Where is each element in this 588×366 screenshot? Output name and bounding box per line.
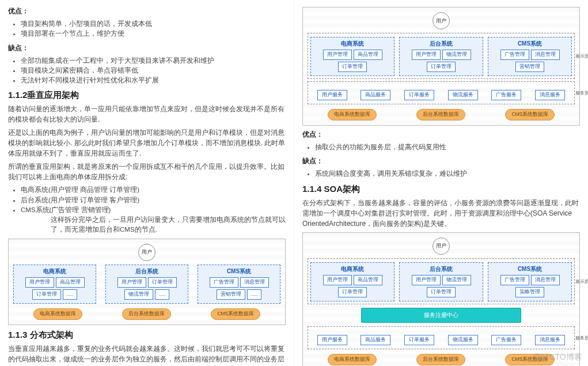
dis-list: 全部功能集成在一个工程中，对于大型项目来讲不易开发和维护 项目模块之间紧密耦合，… [21, 56, 286, 86]
sys-box: CMS系统广告管理消息管理策略管理 [488, 262, 572, 301]
para: 当垂直应用越来越多，重复的业务代码就会越来越多。这时候，我们就思考可不可以将重复… [8, 344, 286, 367]
split-list: 电商系统(用户管理 商品管理 订单管理) 后台系统(用户管理 订单管理 客户管理… [21, 185, 286, 235]
sys-box: 电商系统用户管理商品管理订单管理 [310, 262, 394, 301]
sys-box: CMS系统广告管理消息管理营销管理 [488, 37, 572, 76]
sys-box: CMS系统广告管理消息管理营销管理..... [198, 265, 280, 304]
user-icon: 用户 [138, 244, 155, 261]
db-label: 后台系统数据库 [416, 109, 465, 120]
db-label: 后台系统数据库 [416, 354, 465, 365]
db-label: 后台系统数据库 [122, 308, 171, 320]
diagram-114: 用户 展示层 电商系统用户管理商品管理订单管理 后台系统用户管理物流管理订单管理… [302, 232, 580, 367]
user-icon: 用户 [433, 237, 450, 255]
sys-box: 电商系统用户管理商品管理订单管理..... [13, 265, 96, 304]
db-label: CMS系统数据库 [211, 308, 260, 320]
diagram-113: 用户 展示层 电商系统用户管理商品管理订单管理 后台系统用户管理物流管理订单管理… [302, 7, 580, 126]
db-label: CMS系统数据库 [505, 109, 555, 120]
diagram-112: 用户 电商系统用户管理商品管理订单管理..... 后台系统用户管理订单管理物流管… [8, 239, 286, 325]
registry-center: 服务注册中心 [361, 308, 521, 323]
para: 在分布式架构下，当服务越来越多，容量的评估，小服务资源的浪费等问题逐渐显现，此时… [302, 198, 580, 229]
sys-box: 后台系统用户管理物流管理订单管理 [399, 262, 483, 301]
adv-title: 优点： [8, 6, 286, 16]
heading-112: 1.1.2垂直应用架构 [8, 90, 286, 101]
sys-box: 后台系统用户管理订单管理物流管理..... [105, 265, 188, 304]
para: 所谓的垂直应用架构，就是将原来的一个应用拆成互不相干的几个应用，以提升效率。比如… [8, 161, 286, 182]
heading-113: 1.1.3 分布式架构 [8, 330, 286, 341]
dis-title: 缺点： [8, 43, 286, 53]
para: 随着访问量的逐渐增大，单一应用只能依靠增加节点来应对，但是这时候会发现并不是所有… [8, 104, 286, 124]
sys-box: 后台系统用户管理物流管理订单管理 [399, 37, 483, 76]
db-label: 电商系统数据库 [328, 109, 377, 120]
db-label: 电商系统数据库 [328, 354, 377, 365]
user-icon: 用户 [433, 12, 450, 29]
para: 还是以上面的电商为例子，用户访问量的增加可能影响的只是用户和订单模块，但是对消息… [8, 127, 286, 159]
adv-title: 优点： [302, 129, 580, 139]
heading-114: 1.1.4 SOA架构 [302, 184, 580, 195]
sys-box: 电商系统用户管理商品管理订单管理 [310, 37, 394, 76]
adv-list: 项目架构简单，小型项目的话，开发成本低 项目部署在一个节点上，维护方便 [21, 19, 286, 39]
db-label: 电商系统数据库 [33, 308, 82, 320]
watermark: @51CTO博客 [532, 352, 582, 363]
dis-title: 缺点： [302, 156, 580, 166]
